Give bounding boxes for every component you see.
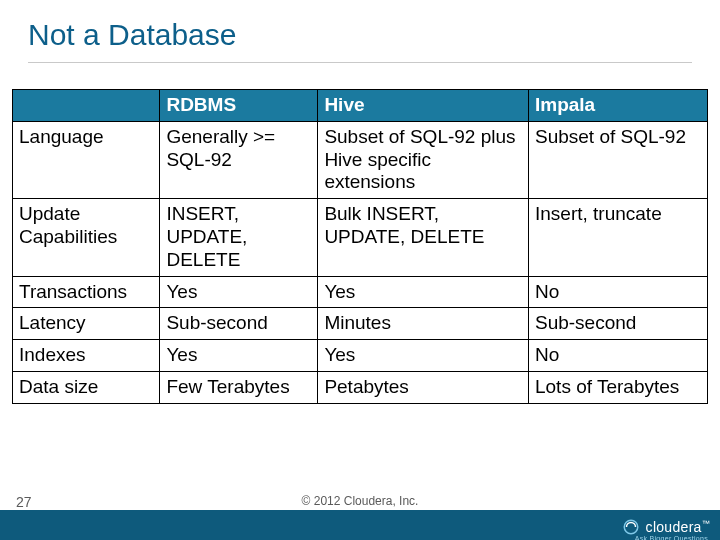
cell: Minutes [318, 308, 529, 340]
brand-tagline: Ask Bigger Questions [635, 535, 708, 540]
brand-tm: ™ [702, 519, 710, 528]
cell: Yes [160, 276, 318, 308]
row-label: Language [13, 121, 160, 198]
table-row: Transactions Yes Yes No [13, 276, 708, 308]
cell: Sub-second [528, 308, 707, 340]
table-row: Indexes Yes Yes No [13, 340, 708, 372]
copyright-text: © 2012 Cloudera, Inc. [0, 494, 720, 508]
comparison-table: RDBMS Hive Impala Language Generally >= … [12, 89, 708, 404]
cell: INSERT, UPDATE, DELETE [160, 199, 318, 276]
row-label: Transactions [13, 276, 160, 308]
brand-name: cloudera™ [646, 519, 710, 535]
cell: Subset of SQL-92 [528, 121, 707, 198]
row-label: Indexes [13, 340, 160, 372]
brand-name-text: cloudera [646, 519, 702, 535]
table-row: Data size Few Terabytes Petabytes Lots o… [13, 371, 708, 403]
table-row: Update Capabilities INSERT, UPDATE, DELE… [13, 199, 708, 276]
footer-bar: cloudera™ Ask Bigger Questions [0, 510, 720, 540]
cell: Yes [318, 340, 529, 372]
cell: Generally >= SQL-92 [160, 121, 318, 198]
cell: No [528, 340, 707, 372]
col-header-hive: Hive [318, 90, 529, 122]
cell: Lots of Terabytes [528, 371, 707, 403]
cell: Petabytes [318, 371, 529, 403]
cell: Yes [160, 340, 318, 372]
comparison-table-wrap: RDBMS Hive Impala Language Generally >= … [0, 63, 720, 404]
row-label: Latency [13, 308, 160, 340]
cell: Few Terabytes [160, 371, 318, 403]
brand-logo: cloudera™ [622, 518, 710, 536]
slide-title: Not a Database [0, 0, 720, 62]
cell: Insert, truncate [528, 199, 707, 276]
slide: Not a Database RDBMS Hive Impala Languag… [0, 0, 720, 540]
cell: Bulk INSERT, UPDATE, DELETE [318, 199, 529, 276]
table-row: Language Generally >= SQL-92 Subset of S… [13, 121, 708, 198]
cell: Yes [318, 276, 529, 308]
col-header-rdbms: RDBMS [160, 90, 318, 122]
col-header-empty [13, 90, 160, 122]
cloudera-icon [622, 518, 640, 536]
row-label: Update Capabilities [13, 199, 160, 276]
cell: No [528, 276, 707, 308]
table-header-row: RDBMS Hive Impala [13, 90, 708, 122]
table-row: Latency Sub-second Minutes Sub-second [13, 308, 708, 340]
row-label: Data size [13, 371, 160, 403]
cell: Sub-second [160, 308, 318, 340]
cell: Subset of SQL-92 plus Hive specific exte… [318, 121, 529, 198]
col-header-impala: Impala [528, 90, 707, 122]
